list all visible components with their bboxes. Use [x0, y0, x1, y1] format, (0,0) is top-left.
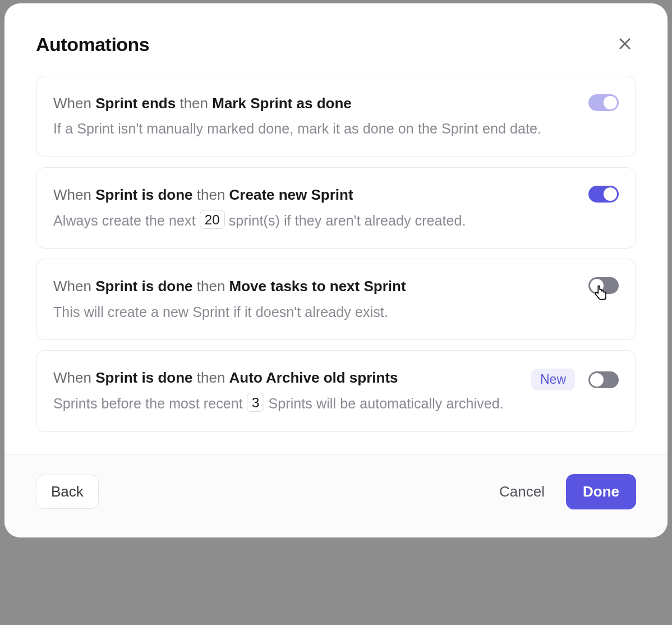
footer-right: Cancel Done [497, 474, 636, 509]
rule-right [588, 185, 619, 203]
rule-title: When Sprint ends then Mark Sprint as don… [53, 93, 575, 113]
rule-then-bold: Mark Sprint as done [212, 95, 352, 112]
rule-desc-text: Sprints will be automatically archived. [268, 396, 503, 411]
rule-title: When Sprint is done then Move tasks to n… [53, 276, 575, 296]
rule-card-auto-archive: When Sprint is done then Auto Archive ol… [36, 350, 636, 431]
toggle-create-sprint[interactable] [588, 186, 619, 203]
rule-card-move-tasks: When Sprint is done then Move tasks to n… [36, 259, 636, 340]
rule-card-create-sprint: When Sprint is done then Create new Spri… [36, 167, 636, 249]
toggle-mark-done[interactable] [588, 94, 619, 111]
automations-modal: Automations When Sprint ends then Mark S… [4, 3, 668, 537]
modal-title: Automations [36, 34, 149, 56]
close-icon [617, 36, 633, 53]
rule-main: When Sprint is done then Create new Spri… [53, 185, 575, 231]
modal-header: Automations [4, 3, 668, 63]
rule-desc-text: sprint(s) if they aren't already created… [229, 213, 466, 228]
rule-when-prefix: When [53, 369, 91, 386]
rule-right [588, 93, 619, 111]
rule-description: Sprints before the most recent 3 Sprints… [53, 393, 518, 415]
archive-count-input[interactable]: 3 [247, 393, 264, 412]
toggle-knob [604, 187, 617, 201]
back-button[interactable]: Back [36, 475, 99, 509]
close-button[interactable] [614, 33, 636, 57]
rule-then-bold: Create new Sprint [229, 186, 353, 203]
rule-desc-text: Always create the next [53, 213, 200, 228]
toggle-knob [590, 373, 604, 387]
rule-description: Always create the next 20 sprint(s) if t… [53, 210, 575, 232]
rule-main: When Sprint ends then Mark Sprint as don… [53, 93, 575, 140]
rule-title: When Sprint is done then Auto Archive ol… [53, 367, 518, 388]
sprint-count-input[interactable]: 20 [200, 210, 225, 229]
rule-then-bold: Auto Archive old sprints [229, 369, 398, 386]
rule-then-prefix: then [179, 95, 208, 112]
rule-card-mark-done: When Sprint ends then Mark Sprint as don… [36, 76, 636, 157]
rule-when-bold: Sprint is done [95, 369, 192, 386]
new-badge: New [531, 369, 575, 390]
cancel-button[interactable]: Cancel [497, 479, 547, 505]
rule-desc-text: If a Sprint isn't manually marked done, … [53, 121, 541, 136]
rule-desc-text: This will create a new Sprint if it does… [53, 304, 388, 320]
rule-then-prefix: then [197, 369, 225, 386]
rule-right: New [531, 367, 619, 390]
toggle-knob [604, 96, 617, 109]
rule-right [588, 276, 619, 294]
rule-description: This will create a new Sprint if it does… [53, 301, 575, 323]
rule-main: When Sprint is done then Move tasks to n… [53, 276, 575, 323]
modal-footer: Back Cancel Done [4, 454, 668, 537]
rule-description: If a Sprint isn't manually marked done, … [53, 118, 575, 140]
modal-body: When Sprint ends then Mark Sprint as don… [4, 63, 668, 454]
rule-when-bold: Sprint is done [95, 186, 192, 203]
rule-when-bold: Sprint is done [95, 278, 192, 295]
rule-title: When Sprint is done then Create new Spri… [53, 185, 575, 205]
rule-when-prefix: When [53, 186, 91, 203]
rule-when-prefix: When [53, 95, 91, 112]
rule-then-prefix: then [197, 186, 225, 203]
toggle-auto-archive[interactable] [588, 371, 619, 388]
rule-then-prefix: then [197, 278, 225, 295]
rule-when-prefix: When [53, 278, 91, 295]
rule-desc-text: Sprints before the most recent [53, 396, 247, 411]
rule-main: When Sprint is done then Auto Archive ol… [53, 367, 518, 414]
done-button[interactable]: Done [566, 474, 636, 509]
toggle-knob [590, 279, 604, 292]
rule-then-bold: Move tasks to next Sprint [229, 278, 406, 295]
toggle-move-tasks[interactable] [588, 277, 619, 294]
rule-when-bold: Sprint ends [95, 95, 176, 112]
